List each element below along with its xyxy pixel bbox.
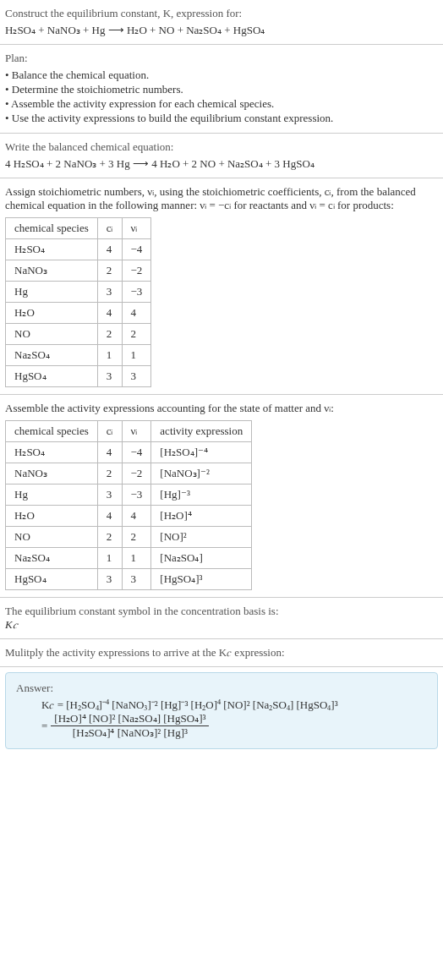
col-species: chemical species — [6, 421, 98, 442]
fraction-numerator: [H₂O]⁴ [NO]² [Na₂SO₄] [HgSO₄]³ — [51, 712, 209, 726]
cell: [HgSO₄]³ — [151, 569, 252, 590]
kc-product: [H₂SO₄]⁻⁴ [NaNO₃]⁻² [Hg]⁻³ [H₂O]⁴ [NO]² … — [66, 698, 337, 711]
table-row: Hg3−3[Hg]⁻³ — [6, 485, 252, 506]
cell: −4 — [122, 239, 151, 260]
cell: [NO]² — [151, 527, 252, 548]
plan-title: Plan: — [5, 52, 438, 65]
cell: 2 — [97, 324, 122, 345]
cell: 4 — [97, 506, 122, 527]
cell: HgSO₄ — [6, 366, 98, 387]
cell: [H₂O]⁴ — [151, 506, 252, 527]
cell: NO — [6, 527, 98, 548]
kc-title: The equilibrium constant symbol in the c… — [5, 605, 438, 618]
cell: −3 — [122, 485, 151, 506]
section-activity: Assemble the activity expressions accoun… — [0, 395, 443, 598]
balanced-equation: 4 H₂SO₄ + 2 NaNO₃ + 3 Hg ⟶ 4 H₂O + 2 NO … — [5, 157, 438, 171]
cell: NaNO₃ — [6, 260, 98, 282]
table-header-row: chemical species cᵢ νᵢ activity expressi… — [6, 421, 252, 442]
table-header-row: chemical species cᵢ νᵢ — [6, 218, 151, 239]
cell: 2 — [97, 463, 122, 485]
table-row: NO22 — [6, 324, 151, 345]
cell: −3 — [122, 282, 151, 303]
answer-box: Answer: K𝑐 = [H₂SO₄]⁻⁴ [NaNO₃]⁻² [Hg]⁻³ … — [5, 672, 438, 749]
cell: 2 — [97, 260, 122, 282]
cell: 4 — [122, 303, 151, 324]
activity-intro: Assemble the activity expressions accoun… — [5, 402, 438, 415]
cell: Hg — [6, 282, 98, 303]
balanced-title: Write the balanced chemical equation: — [5, 140, 438, 154]
section-construct: Construct the equilibrium constant, K, e… — [0, 0, 443, 45]
construct-title: Construct the equilibrium constant, K, e… — [5, 7, 438, 20]
plan-item: • Assemble the activity expression for e… — [5, 97, 438, 111]
table-row: Na₂SO₄11[Na₂SO₄] — [6, 548, 252, 569]
plan-item: • Determine the stoichiometric numbers. — [5, 83, 438, 96]
cell: −2 — [122, 463, 151, 485]
cell: Na₂SO₄ — [6, 345, 98, 366]
cell: 3 — [97, 282, 122, 303]
cell: NO — [6, 324, 98, 345]
cell: 3 — [97, 366, 122, 387]
cell: H₂O — [6, 303, 98, 324]
cell: NaNO₃ — [6, 463, 98, 485]
stoich-table: chemical species cᵢ νᵢ H₂SO₄4−4 NaNO₃2−2… — [5, 217, 151, 387]
construct-equation: H₂SO₄ + NaNO₃ + Hg ⟶ H₂O + NO + Na₂SO₄ +… — [5, 24, 438, 37]
table-row: H₂SO₄4−4[H₂SO₄]⁻⁴ — [6, 442, 252, 463]
answer-line2: = [H₂O]⁴ [NO]² [Na₂SO₄] [HgSO₄]³ [H₂SO₄]… — [41, 712, 427, 740]
fraction-denominator: [H₂SO₄]⁴ [NaNO₃]² [Hg]³ — [51, 726, 209, 740]
plan-list: • Balance the chemical equation. • Deter… — [5, 68, 438, 125]
col-species: chemical species — [6, 218, 98, 239]
activity-table: chemical species cᵢ νᵢ activity expressi… — [5, 420, 252, 590]
cell: [H₂SO₄]⁻⁴ — [151, 442, 252, 463]
section-balanced: Write the balanced chemical equation: 4 … — [0, 134, 443, 178]
col-activity: activity expression — [151, 421, 252, 442]
construct-title-text: Construct the equilibrium constant, K, e… — [5, 7, 242, 19]
table-row: NO22[NO]² — [6, 527, 252, 548]
cell: 4 — [97, 303, 122, 324]
table-row: Hg3−3 — [6, 282, 151, 303]
answer-label: Answer: — [16, 682, 427, 695]
section-kc-symbol: The equilibrium constant symbol in the c… — [0, 598, 443, 639]
cell: −2 — [122, 260, 151, 282]
section-multiply: Mulitply the activity expressions to arr… — [0, 639, 443, 667]
multiply-title: Mulitply the activity expressions to arr… — [5, 646, 438, 660]
table-row: H₂O44 — [6, 303, 151, 324]
cell: 4 — [97, 442, 122, 463]
cell: 1 — [97, 548, 122, 569]
section-stoich: Assign stoichiometric numbers, νᵢ, using… — [0, 178, 443, 395]
cell: −4 — [122, 442, 151, 463]
plan-item: • Balance the chemical equation. — [5, 68, 438, 82]
cell: 2 — [122, 324, 151, 345]
table-row: Na₂SO₄11 — [6, 345, 151, 366]
fraction: [H₂O]⁴ [NO]² [Na₂SO₄] [HgSO₄]³ [H₂SO₄]⁴ … — [51, 712, 209, 740]
stoich-intro: Assign stoichiometric numbers, νᵢ, using… — [5, 185, 438, 212]
table-row: H₂SO₄4−4 — [6, 239, 151, 260]
section-plan: Plan: • Balance the chemical equation. •… — [0, 45, 443, 134]
cell: [Na₂SO₄] — [151, 548, 252, 569]
cell: H₂SO₄ — [6, 239, 98, 260]
col-vi: νᵢ — [122, 421, 151, 442]
col-ci: cᵢ — [97, 421, 122, 442]
plan-item: • Use the activity expressions to build … — [5, 112, 438, 125]
cell: 1 — [122, 345, 151, 366]
cell: HgSO₄ — [6, 569, 98, 590]
answer-line1: K𝑐 = [H₂SO₄]⁻⁴ [NaNO₃]⁻² [Hg]⁻³ [H₂O]⁴ [… — [41, 698, 427, 712]
table-row: NaNO₃2−2[NaNO₃]⁻² — [6, 463, 252, 485]
cell: 3 — [122, 366, 151, 387]
cell: Hg — [6, 485, 98, 506]
cell: 4 — [97, 239, 122, 260]
cell: [NaNO₃]⁻² — [151, 463, 252, 485]
table-row: H₂O44[H₂O]⁴ — [6, 506, 252, 527]
cell: H₂SO₄ — [6, 442, 98, 463]
cell: [Hg]⁻³ — [151, 485, 252, 506]
col-ci: cᵢ — [97, 218, 122, 239]
table-row: HgSO₄33[HgSO₄]³ — [6, 569, 252, 590]
eq-prefix: = — [41, 720, 47, 733]
cell: 1 — [122, 548, 151, 569]
cell: H₂O — [6, 506, 98, 527]
cell: 3 — [97, 569, 122, 590]
cell: Na₂SO₄ — [6, 548, 98, 569]
table-row: HgSO₄33 — [6, 366, 151, 387]
table-row: NaNO₃2−2 — [6, 260, 151, 282]
kc-lhs: K𝑐 = — [41, 698, 66, 711]
cell: 3 — [122, 569, 151, 590]
